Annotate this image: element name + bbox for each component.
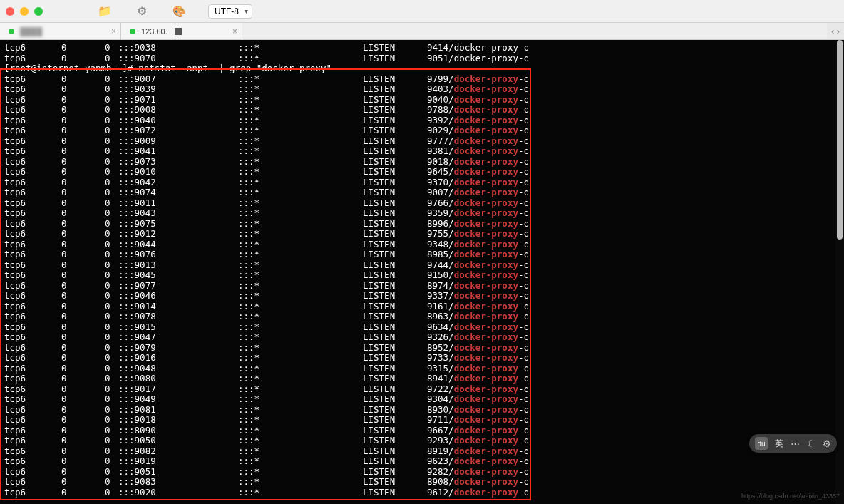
program-name: docker-proxy — [454, 342, 518, 353]
col-pid-program: 9645/docker-proxy-c — [427, 167, 529, 178]
pid-value: 9645/ — [427, 166, 454, 177]
col-state: LISTEN — [363, 146, 427, 157]
program-name: docker-proxy — [454, 456, 518, 466]
col-recvq: 0 — [61, 146, 97, 157]
pid-value: 9392/ — [427, 115, 454, 125]
col-sendq: 0 — [97, 146, 118, 157]
netstat-row: tcp600 :::9012:::*LISTEN9755/docker-prox… — [4, 229, 840, 240]
col-state: LISTEN — [363, 332, 427, 343]
scrollbar-thumb[interactable] — [837, 40, 843, 240]
col-sendq: 0 — [97, 302, 118, 312]
watermark-text: https://blog.csdn.net/weixin_43357 — [741, 491, 840, 502]
palette-icon[interactable]: 🎨 — [173, 5, 185, 18]
program-suffix: -c — [518, 73, 529, 84]
netstat-row: tcp600 :::9007:::*LISTEN9799/docker-prox… — [4, 74, 840, 85]
col-foreign-address: :::* — [238, 332, 363, 343]
close-icon[interactable]: × — [111, 26, 116, 36]
col-sendq: 0 — [97, 53, 118, 64]
netstat-row: tcp600 :::9013:::*LISTEN9744/docker-prox… — [4, 260, 840, 271]
ime-lang-label: 英 — [775, 438, 783, 450]
col-local-address: :::9047 — [118, 332, 238, 343]
col-local-address: :::9075 — [118, 219, 238, 230]
col-recvq: 0 — [61, 178, 97, 188]
col-pid-program: 9755/docker-proxy-c — [427, 229, 529, 240]
close-window-button[interactable] — [6, 7, 14, 16]
program-name: docker-proxy — [454, 177, 518, 187]
col-foreign-address: :::* — [238, 219, 363, 230]
col-local-address: :::9046 — [118, 291, 238, 302]
col-state: LISTEN — [363, 125, 427, 136]
close-icon[interactable]: × — [232, 26, 237, 36]
terminal[interactable]: tcp600 :::9038:::*LISTEN9414/docker-prox… — [0, 40, 844, 504]
col-foreign-address: :::* — [238, 302, 363, 312]
netstat-row: tcp600 :::9016:::*LISTEN9733/docker-prox… — [4, 353, 840, 364]
tab-1[interactable]: ████ × — [0, 23, 121, 39]
col-sendq: 0 — [97, 488, 118, 498]
col-local-address: :::9012 — [118, 229, 238, 240]
col-sendq: 0 — [97, 364, 118, 374]
minimize-window-button[interactable] — [20, 7, 29, 16]
netstat-row: tcp600 :::9077:::*LISTEN8974/docker-prox… — [4, 281, 840, 292]
col-sendq: 0 — [97, 436, 118, 446]
pid-value: 9040/ — [427, 94, 454, 105]
col-foreign-address: :::* — [238, 84, 363, 95]
col-local-address: :::9009 — [118, 136, 238, 147]
col-local-address: :::9043 — [118, 208, 238, 219]
encoding-select[interactable]: UTF-8 — [208, 4, 252, 19]
netstat-row: tcp600 :::9076:::*LISTEN8985/docker-prox… — [4, 250, 840, 260]
col-foreign-address: :::* — [238, 312, 363, 322]
pid-value: 9733/ — [427, 352, 454, 363]
program-name: docker-proxy — [454, 94, 518, 105]
col-recvq: 0 — [61, 312, 97, 322]
maximize-window-button[interactable] — [34, 7, 43, 16]
col-sendq: 0 — [97, 43, 118, 53]
col-recvq: 0 — [61, 302, 97, 312]
col-pid-program: 9766/docker-proxy-c — [427, 198, 529, 209]
col-recvq: 0 — [61, 467, 97, 478]
col-recvq: 0 — [61, 95, 97, 106]
ime-status-pill[interactable]: du 英 ⋯ ☾ ⚙ — [749, 434, 837, 453]
col-state: LISTEN — [363, 394, 427, 405]
tab-2[interactable]: 123.60. × — [121, 23, 242, 39]
gear-icon[interactable]: ⚙ — [135, 5, 148, 18]
program-suffix: -c — [518, 414, 529, 425]
program-name: docker-proxy — [454, 156, 518, 167]
col-pid-program: 9018/docker-proxy-c — [427, 157, 529, 168]
scrollbar-track[interactable] — [835, 40, 844, 504]
col-proto: tcp6 — [4, 281, 61, 292]
tab-expand-button[interactable]: ‹ › — [827, 23, 844, 39]
col-sendq: 0 — [97, 167, 118, 178]
col-recvq: 0 — [61, 488, 97, 498]
col-state: LISTEN — [363, 467, 427, 478]
col-local-address: :::9072 — [118, 125, 238, 136]
col-proto: tcp6 — [4, 374, 61, 384]
col-sendq: 0 — [97, 208, 118, 219]
program-suffix: -c — [518, 301, 529, 312]
col-proto: tcp6 — [4, 456, 61, 467]
col-sendq: 0 — [97, 270, 118, 281]
col-proto: tcp6 — [4, 105, 61, 115]
moon-icon[interactable]: ☾ — [807, 438, 815, 449]
netstat-row: tcp600 :::9008:::*LISTEN9788/docker-prox… — [4, 105, 840, 115]
program-suffix: -c — [518, 435, 529, 446]
settings-gear-icon[interactable]: ⚙ — [823, 438, 831, 449]
col-local-address: :::9044 — [118, 240, 238, 250]
col-pid-program: 9051/docker-proxy-c — [427, 53, 529, 64]
col-local-address: :::9042 — [118, 178, 238, 188]
pid-value: 9403/ — [427, 83, 454, 94]
pid-value: 9381/ — [427, 145, 454, 156]
col-pid-program: 8919/docker-proxy-c — [427, 446, 529, 457]
col-recvq: 0 — [61, 281, 97, 292]
folder-icon[interactable]: 📁 — [98, 5, 111, 18]
col-pid-program: 8908/docker-proxy-c — [427, 477, 529, 488]
col-state: LISTEN — [363, 353, 427, 364]
col-sendq: 0 — [97, 456, 118, 467]
col-foreign-address: :::* — [238, 136, 363, 147]
pid-value: 8985/ — [427, 249, 454, 259]
col-proto: tcp6 — [4, 364, 61, 374]
dots-icon: ⋯ — [791, 438, 800, 449]
col-proto: tcp6 — [4, 436, 61, 446]
col-foreign-address: :::* — [238, 270, 363, 281]
program-suffix: -c — [518, 115, 529, 125]
col-foreign-address: :::* — [238, 291, 363, 302]
